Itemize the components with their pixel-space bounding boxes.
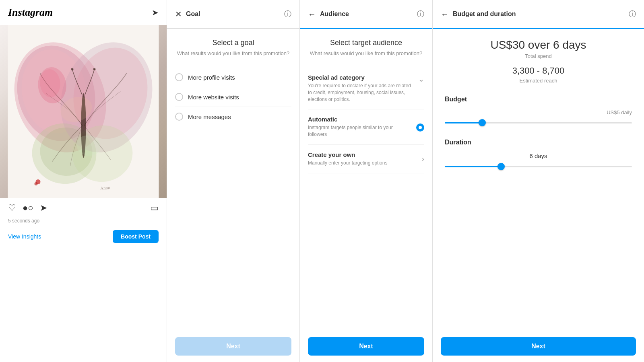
- budget-panel: ← Budget and duration ⓘ US$30 over 6 day…: [433, 0, 644, 362]
- boost-post-button[interactable]: Boost Post: [113, 230, 159, 243]
- goal-option-website[interactable]: More website visits: [175, 87, 291, 107]
- budget-info-icon[interactable]: ⓘ: [629, 9, 636, 19]
- post-image: Anon: [0, 25, 167, 198]
- post-timestamp: 5 seconds ago: [0, 218, 167, 227]
- audience-panel-header: ← Audience ⓘ: [300, 0, 432, 29]
- budget-slider-thumb[interactable]: [479, 119, 486, 126]
- audience-panel-title: Audience: [320, 10, 413, 18]
- audience-info-icon[interactable]: ⓘ: [417, 9, 424, 19]
- audience-panel-content: Select target audience What results woul…: [300, 29, 432, 331]
- budget-amount: US$30 over 6 days: [445, 39, 632, 51]
- budget-estimated-reach-label: Estimated reach: [445, 78, 632, 84]
- budget-back-icon[interactable]: ←: [441, 10, 449, 19]
- goal-next-button[interactable]: Next: [175, 337, 291, 356]
- promotion-panels: ✕ Goal ⓘ Select a goal What results woul…: [167, 0, 644, 362]
- goal-radio-profile: [175, 73, 183, 81]
- send-icon[interactable]: ➤: [152, 8, 159, 17]
- share-icon[interactable]: ➤: [40, 203, 47, 213]
- audience-option-special[interactable]: Special ad category You're required to d…: [308, 68, 424, 109]
- svg-point-15: [35, 182, 38, 185]
- back-icon[interactable]: ←: [308, 10, 316, 19]
- duration-value: 6 days: [445, 152, 632, 159]
- budget-panel-content: US$30 over 6 days Total spend 3,300 - 8,…: [433, 29, 644, 331]
- instagram-header: Instagram ➤: [0, 0, 167, 25]
- view-insights-button[interactable]: View Insights: [8, 233, 41, 240]
- audience-special-title: Special ad category: [308, 74, 415, 81]
- bookmark-icon[interactable]: ▭: [150, 203, 159, 213]
- audience-option-custom[interactable]: Create your own Manually enter your targ…: [308, 145, 424, 173]
- goal-radio-messages: [175, 113, 183, 121]
- budget-panel-header: ← Budget and duration ⓘ: [433, 0, 644, 29]
- svg-point-10: [71, 68, 74, 70]
- chevron-down-icon: ⌄: [418, 75, 424, 84]
- budget-slider-container[interactable]: [445, 119, 632, 127]
- budget-duration-section: Duration 6 days: [445, 139, 632, 171]
- close-icon[interactable]: ✕: [175, 9, 182, 19]
- duration-section-title: Duration: [445, 139, 632, 146]
- goal-info-icon[interactable]: ⓘ: [284, 9, 291, 19]
- post-actions-bar: ♡ ●○ ➤ ▭: [0, 198, 167, 218]
- duration-slider-container[interactable]: [445, 162, 632, 171]
- budget-panel-title: Budget and duration: [453, 10, 625, 18]
- comment-icon[interactable]: ●○: [23, 203, 33, 213]
- goal-section-title: Select a goal: [175, 39, 291, 47]
- goal-section-subtitle: What results would you like from this pr…: [175, 50, 291, 56]
- budget-total-label: Total spend: [445, 53, 632, 59]
- like-icon[interactable]: ♡: [8, 203, 16, 213]
- goal-option-messages[interactable]: More messages: [175, 107, 291, 126]
- duration-slider-fill: [445, 166, 501, 167]
- post-cta-buttons: View Insights Boost Post: [0, 227, 167, 249]
- budget-daily-amount: US$5 daily: [445, 109, 632, 115]
- budget-budget-section: Budget US$5 daily: [445, 96, 632, 127]
- goal-label-profile: More profile visits: [188, 74, 235, 81]
- goal-label-website: More website visits: [188, 94, 239, 101]
- budget-next-button[interactable]: Next: [441, 337, 636, 356]
- chevron-right-icon: ›: [422, 155, 424, 163]
- budget-section-title: Budget: [445, 96, 632, 103]
- audience-radio-automatic: [416, 123, 424, 132]
- instagram-post-panel: Instagram ➤: [0, 0, 167, 362]
- goal-radio-website: [175, 93, 183, 101]
- audience-special-desc: You're required to declare if your ads a…: [308, 82, 415, 103]
- audience-next-button[interactable]: Next: [308, 337, 424, 356]
- svg-point-11: [93, 68, 96, 70]
- audience-automatic-title: Automatic: [308, 116, 413, 123]
- instagram-logo: Instagram: [8, 6, 53, 19]
- duration-slider-thumb[interactable]: [497, 163, 505, 170]
- budget-reach-range: 3,300 - 8,700: [445, 66, 632, 76]
- svg-text:Anon: Anon: [100, 185, 111, 191]
- budget-slider-fill: [445, 122, 482, 123]
- butterfly-artwork: Anon: [0, 25, 167, 198]
- audience-custom-desc: Manually enter your targeting options: [308, 160, 419, 167]
- goal-panel: ✕ Goal ⓘ Select a goal What results woul…: [167, 0, 300, 362]
- goal-panel-header: ✕ Goal ⓘ: [167, 0, 299, 29]
- audience-custom-title: Create your own: [308, 151, 419, 158]
- duration-slider-track: [445, 166, 632, 167]
- goal-panel-content: Select a goal What results would you lik…: [167, 29, 299, 331]
- goal-option-profile[interactable]: More profile visits: [175, 68, 291, 87]
- audience-section-subtitle: What results would you like from this pr…: [308, 50, 424, 56]
- budget-slider-track: [445, 122, 632, 123]
- budget-total-section: US$30 over 6 days Total spend 3,300 - 8,…: [445, 39, 632, 84]
- audience-option-automatic[interactable]: Automatic Instagram targets people simil…: [308, 109, 424, 145]
- audience-panel: ← Audience ⓘ Select target audience What…: [300, 0, 433, 362]
- audience-section-title: Select target audience: [308, 39, 424, 47]
- audience-automatic-desc: Instagram targets people similar to your…: [308, 124, 413, 138]
- goal-panel-title: Goal: [186, 10, 280, 18]
- goal-label-messages: More messages: [188, 113, 231, 120]
